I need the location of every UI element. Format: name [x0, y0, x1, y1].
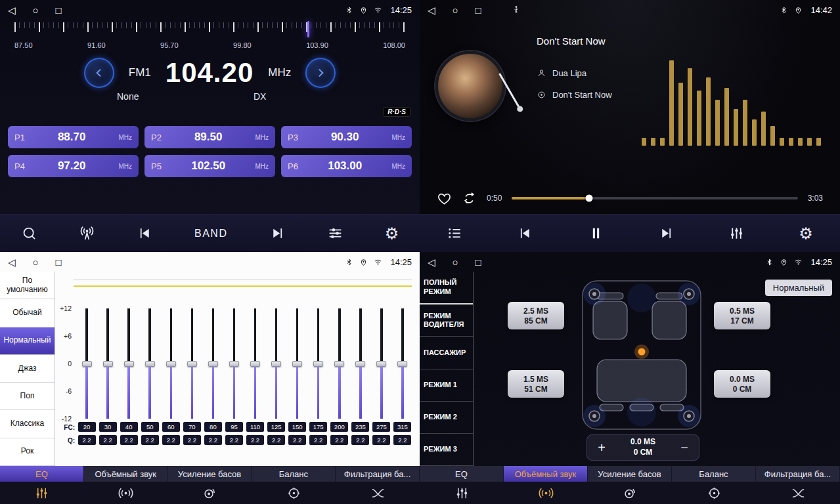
- eq-slider-handle[interactable]: [313, 361, 323, 367]
- preset-p5[interactable]: P5102.50MHz: [144, 155, 275, 177]
- tab-3[interactable]: Баланс: [252, 466, 336, 482]
- progress-thumb[interactable]: [585, 195, 592, 202]
- preset-p3[interactable]: P390.30MHz: [281, 126, 412, 148]
- eq-slider-11[interactable]: [313, 308, 324, 419]
- eq-slider-10[interactable]: [292, 308, 303, 419]
- eq-preset-2[interactable]: Нормальный: [0, 327, 55, 355]
- recents-button[interactable]: □: [56, 257, 62, 267]
- tab-2[interactable]: Усиление басов: [588, 466, 672, 482]
- crossover-icon[interactable]: [756, 482, 840, 504]
- back-button[interactable]: ◁: [428, 257, 435, 267]
- eq-bands-icon[interactable]: [420, 482, 504, 504]
- back-button[interactable]: ◁: [428, 5, 435, 15]
- eq-slider-handle[interactable]: [292, 361, 302, 367]
- decrease-button[interactable]: −: [670, 440, 699, 455]
- eq-slider-6[interactable]: [208, 308, 218, 419]
- home-button[interactable]: ○: [453, 257, 458, 267]
- tune-settings-icon[interactable]: [327, 225, 343, 242]
- eq-slider-handle[interactable]: [103, 361, 113, 367]
- sf-mode-3[interactable]: РЕЖИМ 1: [420, 369, 473, 402]
- eq-slider-4[interactable]: [166, 308, 176, 419]
- eq-preset-4[interactable]: Поп: [0, 383, 55, 410]
- sf-mode-0[interactable]: ПОЛНЫЙ РЕЖИМ: [420, 272, 473, 304]
- eq-slider-14[interactable]: [376, 308, 387, 419]
- tab-2[interactable]: Усиление басов: [168, 466, 252, 482]
- balance-icon[interactable]: [252, 482, 336, 504]
- eq-slider-handle[interactable]: [355, 361, 365, 367]
- sf-mode-5[interactable]: РЕЖИМ 3: [420, 434, 473, 466]
- eq-slider-handle[interactable]: [208, 361, 218, 367]
- previous-track-icon[interactable]: [517, 225, 533, 242]
- eq-slider-handle[interactable]: [334, 361, 344, 367]
- tab-4[interactable]: Фильтрация ба...: [336, 466, 420, 482]
- eq-slider-13[interactable]: [355, 308, 366, 419]
- tune-down-button[interactable]: [84, 58, 114, 88]
- eq-slider-1[interactable]: [102, 308, 113, 419]
- listener-position-dot[interactable]: [638, 348, 646, 356]
- repeat-icon[interactable]: [462, 191, 477, 206]
- next-track-icon[interactable]: [658, 225, 674, 242]
- eq-slider-handle[interactable]: [187, 361, 197, 367]
- favorite-icon[interactable]: [437, 191, 452, 206]
- sound-profile-button[interactable]: Нормальный: [765, 280, 832, 296]
- sf-mode-1[interactable]: РЕЖИМ ВОДИТЕЛЯ: [420, 304, 473, 337]
- settings-gear-icon[interactable]: ⚙: [799, 226, 813, 242]
- eq-slider-7[interactable]: [229, 308, 239, 419]
- surround-icon[interactable]: [504, 482, 588, 504]
- back-button[interactable]: ◁: [8, 257, 16, 267]
- eq-bands-icon[interactable]: [0, 482, 84, 504]
- eq-slider-0[interactable]: [81, 308, 92, 419]
- eq-slider-handle[interactable]: [166, 361, 176, 367]
- eq-preset-1[interactable]: Обычай: [0, 299, 55, 327]
- recents-button[interactable]: □: [475, 257, 481, 267]
- surround-icon[interactable]: [84, 482, 168, 504]
- eq-slider-2[interactable]: [123, 308, 134, 419]
- eq-slider-handle[interactable]: [124, 361, 134, 367]
- sf-mode-2[interactable]: ПАССАЖИР: [420, 337, 473, 369]
- next-station-icon[interactable]: [269, 225, 286, 242]
- tab-1[interactable]: Объёмный звук: [84, 466, 168, 482]
- eq-slider-handle[interactable]: [376, 361, 386, 367]
- eq-slider-handle[interactable]: [229, 361, 239, 367]
- tab-4[interactable]: Фильтрация ба...: [756, 466, 840, 482]
- home-button[interactable]: ○: [453, 5, 458, 15]
- progress-bar[interactable]: [512, 197, 797, 200]
- pause-icon[interactable]: [588, 225, 604, 242]
- back-button[interactable]: ◁: [8, 5, 16, 15]
- sf-mode-4[interactable]: РЕЖИМ 2: [420, 402, 473, 434]
- tab-0[interactable]: EQ: [420, 466, 504, 482]
- recents-button[interactable]: □: [475, 5, 481, 15]
- eq-preset-6[interactable]: Рок: [0, 438, 55, 466]
- home-button[interactable]: ○: [33, 257, 39, 267]
- preset-p4[interactable]: P497.20MHz: [8, 155, 139, 177]
- bass-boost-icon[interactable]: [588, 482, 672, 504]
- eq-slider-12[interactable]: [334, 308, 345, 419]
- eq-slider-handle[interactable]: [271, 361, 281, 367]
- eq-slider-3[interactable]: [144, 308, 155, 419]
- eq-slider-9[interactable]: [271, 308, 282, 419]
- crossover-icon[interactable]: [336, 482, 420, 504]
- preset-p1[interactable]: P188.70MHz: [8, 126, 139, 148]
- playlist-icon[interactable]: [447, 225, 463, 242]
- eq-preset-0[interactable]: По умолчанию: [0, 272, 55, 299]
- eq-slider-handle[interactable]: [397, 361, 407, 367]
- increase-button[interactable]: +: [587, 440, 616, 455]
- broadcast-icon[interactable]: [79, 225, 95, 242]
- eq-preset-5[interactable]: Классика: [0, 410, 55, 438]
- eq-slider-handle[interactable]: [145, 361, 155, 367]
- tune-up-button[interactable]: [305, 58, 336, 88]
- bass-boost-icon[interactable]: [168, 482, 252, 504]
- balance-icon[interactable]: [672, 482, 756, 504]
- previous-station-icon[interactable]: [137, 225, 153, 242]
- settings-gear-icon[interactable]: ⚙: [385, 226, 399, 242]
- eq-slider-5[interactable]: [187, 308, 197, 419]
- tab-3[interactable]: Баланс: [672, 466, 756, 482]
- eq-slider-handle[interactable]: [82, 361, 92, 367]
- eq-slider-15[interactable]: [397, 308, 408, 419]
- tab-1[interactable]: Объёмный звук: [504, 466, 588, 482]
- scan-icon[interactable]: [21, 225, 37, 242]
- eq-preset-3[interactable]: Джаз: [0, 355, 55, 383]
- band-button[interactable]: BAND: [194, 228, 227, 240]
- preset-p6[interactable]: P6103.00MHz: [281, 155, 412, 177]
- equalizer-icon[interactable]: [728, 225, 745, 242]
